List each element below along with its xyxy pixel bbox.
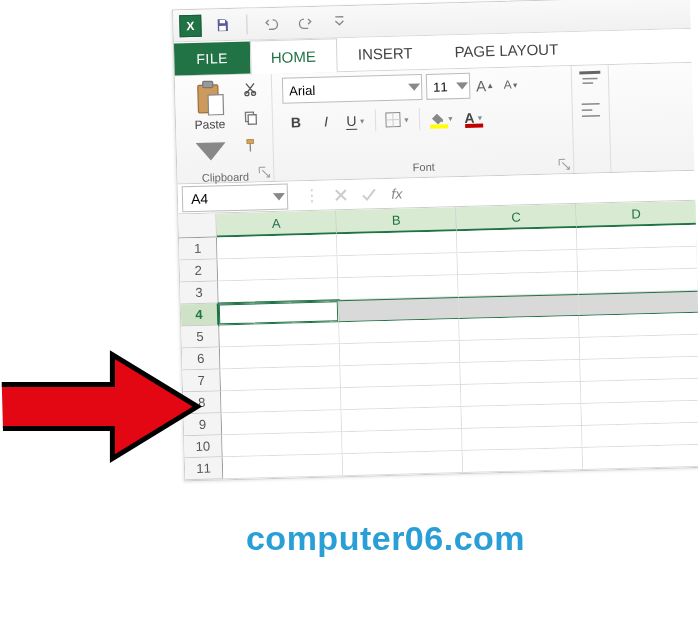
cell-D5[interactable] — [579, 313, 698, 338]
customize-qat-button[interactable] — [326, 8, 353, 35]
cell-B8[interactable] — [341, 385, 462, 410]
bold-button[interactable]: B — [283, 109, 310, 136]
x-icon — [333, 186, 349, 202]
cell-A4[interactable] — [219, 300, 340, 325]
cell-B10[interactable] — [342, 429, 463, 454]
cell-D1[interactable] — [577, 225, 698, 250]
cell-A2[interactable] — [218, 256, 339, 281]
cell-A9[interactable] — [222, 410, 343, 435]
row-header-8[interactable]: 8 — [183, 391, 222, 414]
cell-D3[interactable] — [578, 269, 698, 294]
cell-B5[interactable] — [339, 319, 460, 344]
paste-button[interactable]: Paste — [185, 79, 235, 170]
row-header-7[interactable]: 7 — [182, 369, 221, 392]
cell-C3[interactable] — [458, 272, 579, 297]
cell-B1[interactable] — [337, 231, 458, 256]
cell-B4[interactable] — [339, 297, 460, 322]
italic-button[interactable]: I — [313, 108, 340, 135]
svg-line-10 — [579, 72, 600, 73]
select-all-corner[interactable] — [178, 213, 217, 238]
cell-D4[interactable] — [579, 291, 698, 316]
cell-B6[interactable] — [340, 341, 461, 366]
cell-D6[interactable] — [580, 335, 698, 360]
column-header-c[interactable]: C — [456, 204, 577, 231]
row-header-2[interactable]: 2 — [180, 259, 219, 282]
row-header-11[interactable]: 11 — [185, 457, 224, 480]
cell-D11[interactable] — [583, 445, 698, 470]
name-box-value: A4 — [191, 190, 209, 206]
tab-page-layout[interactable]: PAGE LAYOUT — [433, 31, 579, 69]
font-dialog-launcher[interactable] — [557, 157, 571, 171]
cell-A5[interactable] — [219, 322, 340, 347]
cell-B7[interactable] — [340, 363, 461, 388]
row-header-10[interactable]: 10 — [184, 435, 223, 458]
cell-B3[interactable] — [338, 275, 459, 300]
font-size-input[interactable] — [426, 73, 471, 100]
cell-A11[interactable] — [223, 454, 344, 479]
cell-C9[interactable] — [462, 404, 583, 429]
cell-C8[interactable] — [461, 382, 582, 407]
underline-button[interactable]: U▼ — [343, 107, 370, 134]
font-name-combo[interactable] — [282, 74, 423, 104]
column-header-a[interactable]: A — [216, 210, 337, 237]
cell-D7[interactable] — [580, 357, 698, 382]
tab-home[interactable]: HOME — [249, 38, 337, 74]
cell-C10[interactable] — [462, 426, 583, 451]
cell-A8[interactable] — [221, 388, 342, 413]
row-header-6[interactable]: 6 — [182, 347, 221, 370]
cell-A10[interactable] — [222, 432, 343, 457]
cell-A1[interactable] — [217, 234, 338, 259]
align-top-button[interactable] — [578, 69, 603, 94]
cell-C6[interactable] — [460, 338, 581, 363]
cell-D8[interactable] — [581, 379, 698, 404]
cell-B9[interactable] — [342, 407, 463, 432]
column-header-d[interactable]: D — [576, 201, 697, 228]
copy-button[interactable] — [240, 106, 263, 129]
cell-C4[interactable] — [459, 294, 580, 319]
font-color-swatch — [465, 123, 483, 127]
increase-font-button[interactable]: A▲ — [474, 73, 497, 98]
check-icon — [361, 186, 377, 202]
row-header-1[interactable]: 1 — [179, 237, 218, 260]
cancel-formula-button[interactable] — [328, 182, 355, 207]
chevron-down-icon — [195, 133, 226, 170]
row-header-4[interactable]: 4 — [181, 303, 220, 326]
tab-insert[interactable]: INSERT — [336, 35, 434, 72]
font-color-button[interactable]: A ▼ — [461, 104, 488, 131]
undo-button[interactable] — [258, 10, 285, 37]
row-header-3[interactable]: 3 — [180, 281, 219, 304]
decrease-font-button[interactable]: A▼ — [500, 72, 523, 97]
cell-D2[interactable] — [577, 247, 698, 272]
tab-file[interactable]: FILE — [174, 42, 250, 76]
cell-A7[interactable] — [220, 366, 341, 391]
insert-function-button[interactable]: fx — [384, 181, 411, 206]
cell-D10[interactable] — [582, 423, 698, 448]
cell-C1[interactable] — [457, 228, 578, 253]
cell-A6[interactable] — [220, 344, 341, 369]
row-header-5[interactable]: 5 — [181, 325, 220, 348]
cell-D9[interactable] — [581, 401, 698, 426]
row-header-9[interactable]: 9 — [184, 413, 223, 436]
name-box[interactable]: A4 — [182, 183, 289, 212]
cell-C2[interactable] — [458, 250, 579, 275]
cell-B2[interactable] — [338, 253, 459, 278]
column-header-b[interactable]: B — [336, 207, 457, 234]
paintbrush-icon — [243, 137, 259, 153]
fill-color-button[interactable]: ▼ — [426, 105, 458, 132]
cell-C5[interactable] — [459, 316, 580, 341]
redo-button[interactable] — [292, 9, 319, 36]
clipboard-dialog-launcher[interactable] — [257, 165, 271, 179]
cell-C7[interactable] — [460, 360, 581, 385]
format-painter-button[interactable] — [240, 134, 263, 157]
cut-button[interactable] — [239, 78, 262, 101]
svg-rect-3 — [203, 81, 213, 88]
enter-formula-button[interactable] — [356, 182, 383, 207]
font-name-input[interactable] — [282, 74, 423, 104]
save-button[interactable] — [209, 11, 236, 38]
align-left-button[interactable] — [579, 99, 604, 124]
cell-A3[interactable] — [218, 278, 339, 303]
cell-B11[interactable] — [343, 451, 464, 476]
cell-C11[interactable] — [463, 448, 584, 473]
font-size-combo[interactable] — [426, 73, 471, 100]
borders-button[interactable]: ▼ — [382, 106, 414, 133]
